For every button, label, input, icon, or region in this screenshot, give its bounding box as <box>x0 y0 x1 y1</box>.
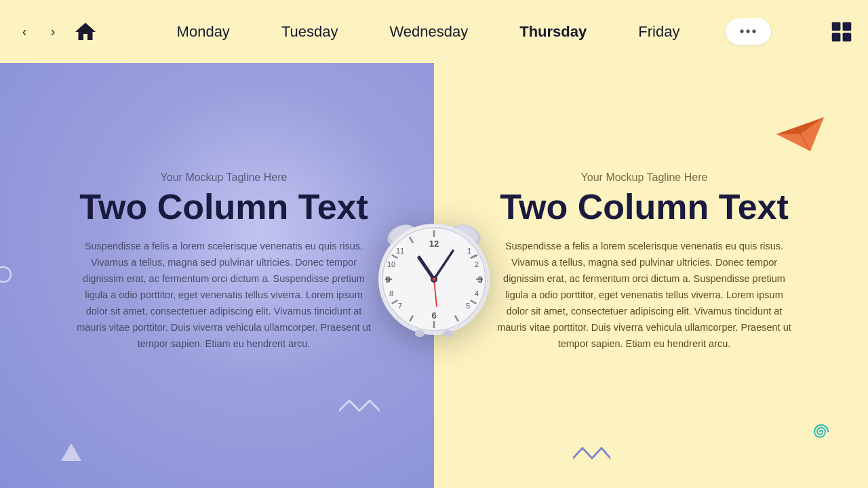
svg-text:1: 1 <box>467 247 471 255</box>
header: ‹ › Monday Tuesday Wednesday Thursday Fr… <box>0 0 868 63</box>
left-body: Suspendisse a felis a lorem scelerisque … <box>75 239 373 352</box>
spiral-decoration <box>808 419 834 447</box>
paper-plane-decoration <box>776 117 824 154</box>
right-body: Suspendisse a felis a lorem scelerisque … <box>495 239 793 352</box>
nav-item-tuesday[interactable]: Tuesday <box>276 20 344 43</box>
svg-text:11: 11 <box>396 247 404 255</box>
main-content: Your Mockup Tagline Here Two Column Text… <box>0 63 868 488</box>
svg-text:7: 7 <box>398 302 402 310</box>
svg-rect-2 <box>832 33 841 41</box>
nav-more-button[interactable]: ••• <box>726 18 771 45</box>
svg-rect-3 <box>843 33 852 41</box>
nav-item-wednesday[interactable]: Wednesday <box>384 20 473 43</box>
svg-text:2: 2 <box>475 260 479 268</box>
clock-widget: 12 3 6 9 1 2 4 5 7 8 10 11 <box>366 198 502 354</box>
nav-items: Monday Tuesday Wednesday Thursday Friday… <box>141 18 802 45</box>
svg-text:3: 3 <box>477 274 482 285</box>
svg-text:8: 8 <box>389 289 393 298</box>
svg-rect-1 <box>843 22 852 30</box>
right-tagline: Your Mockup Tagline Here <box>495 171 793 184</box>
nav-item-monday[interactable]: Monday <box>172 20 235 43</box>
nav-item-friday[interactable]: Friday <box>633 20 685 43</box>
svg-point-4 <box>0 267 11 282</box>
left-text-block: Your Mockup Tagline Here Two Column Text… <box>61 171 373 352</box>
svg-text:5: 5 <box>466 302 470 310</box>
svg-text:10: 10 <box>387 260 395 268</box>
svg-text:9: 9 <box>385 274 390 285</box>
triangle-decoration <box>61 443 81 464</box>
nav-arrows: ‹ › <box>14 21 64 43</box>
squiggle-decoration-left <box>339 394 380 420</box>
home-button[interactable] <box>71 17 100 47</box>
left-tagline: Your Mockup Tagline Here <box>75 171 373 184</box>
squiggle-decoration-right <box>573 441 610 468</box>
right-text-block: Your Mockup Tagline Here Two Column Text… <box>495 171 807 352</box>
left-title: Two Column Text <box>75 188 373 226</box>
svg-marker-6 <box>61 443 81 461</box>
back-button[interactable]: ‹ <box>14 21 35 43</box>
nav-item-thursday[interactable]: Thursday <box>514 20 592 43</box>
svg-text:12: 12 <box>429 239 439 249</box>
svg-text:6: 6 <box>431 310 436 321</box>
svg-text:4: 4 <box>475 289 479 298</box>
svg-rect-46 <box>443 330 453 337</box>
grid-view-button[interactable] <box>829 19 854 45</box>
right-title: Two Column Text <box>495 188 793 226</box>
svg-rect-45 <box>415 330 425 337</box>
svg-point-44 <box>433 277 436 281</box>
svg-rect-0 <box>832 22 841 30</box>
forward-button[interactable]: › <box>42 21 64 43</box>
circle-decoration <box>0 266 12 286</box>
